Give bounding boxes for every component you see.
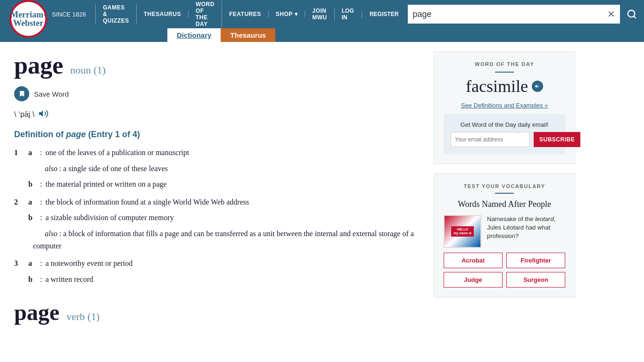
chevron-down-icon: ▾ <box>295 11 298 17</box>
def-text-3b: : a written record <box>40 273 93 286</box>
top-nav: GAMES & QUIZZES THESAURUS WORD OF THE DA… <box>95 1 334 27</box>
def-letter-1a: a <box>28 147 35 159</box>
def-num-1: 1 <box>14 147 24 159</box>
def-text-1b: : the material printed or written on a p… <box>40 178 167 190</box>
main-layout: page noun (1) Save Word \ ˈpāj \ <box>0 42 644 335</box>
def-letter-1b: b <box>28 178 35 190</box>
register-link[interactable]: REGISTER <box>370 11 398 17</box>
nav-wotd[interactable]: WORD OF THE DAY <box>189 1 222 27</box>
nav-thesaurus[interactable]: THESAURUS <box>137 11 189 17</box>
nav-separator: | <box>361 10 363 18</box>
pronunciation-text: \ ˈpāj \ <box>14 110 34 119</box>
wotd-email-form: SUBSCRIBE <box>451 132 558 147</box>
def-text-2b: : a sizable subdivision of computer memo… <box>40 212 174 224</box>
logo-circle: Merriam- Webster <box>9 0 47 38</box>
logo-area[interactable]: Merriam- Webster SINCE 1828 <box>9 0 86 38</box>
word-title-2: page <box>14 299 59 325</box>
def-also-2b: also : a block of information that fills… <box>33 228 420 252</box>
search-area: ✕ <box>408 5 644 24</box>
nav-join[interactable]: JOIN MWU <box>305 8 335 21</box>
nav-shop[interactable]: SHOP ▾ <box>269 11 305 17</box>
save-word-label: Save Word <box>34 90 69 98</box>
speaker-icon <box>38 108 49 119</box>
bookmark-button[interactable] <box>14 86 29 101</box>
wotd-audio-button[interactable] <box>532 81 543 92</box>
search-clear-button[interactable]: ✕ <box>603 8 620 20</box>
vocab-image: HELLOmy name is <box>444 215 481 248</box>
word-pos-2: verb (1) <box>66 311 99 323</box>
def-row-2b: b : a sizable subdivision of computer me… <box>14 212 420 224</box>
search-icon <box>627 9 637 19</box>
vocab-btn-firefighter[interactable]: Firefighter <box>506 253 565 268</box>
search-input[interactable] <box>408 5 603 24</box>
def-header-word: page <box>66 130 86 139</box>
def-letter-2b: b <box>28 212 35 224</box>
def-num-2: 2 <box>14 196 24 208</box>
search-bar: ✕ <box>408 5 644 24</box>
def-text-3a: : a noteworthy event or period <box>40 257 132 270</box>
vocab-widget: TEST YOUR VOCABULARY Words Named After P… <box>434 173 575 297</box>
word-title: page <box>14 51 63 79</box>
def-row-1b: b : the material printed or written on a… <box>14 178 420 190</box>
def-also-1a: also : a single side of one of these lea… <box>33 163 420 175</box>
word-pos: noun (1) <box>70 64 106 76</box>
vocab-label: TEST YOUR VOCABULARY <box>444 183 565 189</box>
wotd-word: facsimile <box>466 76 528 96</box>
save-word-row: Save Word <box>14 86 420 101</box>
word-heading-2: page verb (1) <box>14 299 420 325</box>
vocab-buttons: Acrobat Firefighter Judge Surgeon <box>444 253 565 288</box>
tab-dictionary[interactable]: Dictionary <box>167 28 221 42</box>
def-letter-3b: b <box>28 273 35 286</box>
vocab-btn-surgeon[interactable]: Surgeon <box>506 272 565 288</box>
sidebar: WORD OF THE DAY facsimile See Definition… <box>434 51 575 325</box>
content-area: page noun (1) Save Word \ ˈpāj \ <box>14 51 420 325</box>
login-link[interactable]: LOG IN <box>342 8 354 21</box>
def-row-2a: 2 a : the block of information found at … <box>14 196 420 208</box>
audio-button[interactable] <box>38 108 49 120</box>
logo-text: Merriam- Webster <box>10 10 46 27</box>
def-row-1: 1 a : one of the leaves of a publication… <box>14 147 420 159</box>
def-block-3: 3 a : a noteworthy event or period b : a… <box>14 257 420 285</box>
nav-games[interactable]: GAMES & QUIZZES <box>95 4 137 24</box>
def-letter-2a: a <box>28 196 35 208</box>
def-block-2: 2 a : the block of information found at … <box>14 196 420 252</box>
wotd-link[interactable]: See Definitions and Examples » <box>461 102 548 109</box>
wotd-word-row: facsimile <box>444 76 565 96</box>
search-submit-button[interactable] <box>620 5 644 24</box>
def-letter-3a: a <box>28 257 35 270</box>
vocab-question: Namesake of the leotard, Jules Léotard h… <box>487 215 565 241</box>
wotd-email-input[interactable] <box>451 132 530 147</box>
vocab-btn-judge[interactable]: Judge <box>444 272 503 288</box>
bookmark-icon <box>18 90 25 98</box>
vocab-title: Words Named After People <box>444 199 565 209</box>
wotd-widget: WORD OF THE DAY facsimile See Definition… <box>434 51 575 164</box>
def-header: Definition of page (Entry 1 of 4) <box>14 130 420 140</box>
vocab-img-row: HELLOmy name is Namesake of the leotard,… <box>444 215 565 248</box>
subscribe-button[interactable]: SUBSCRIBE <box>534 132 580 147</box>
nav-features[interactable]: FEATURES <box>222 11 269 17</box>
def-block-1: 1 a : one of the leaves of a publication… <box>14 147 420 190</box>
since-text: SINCE 1828 <box>52 11 86 18</box>
def-row-3b: b : a written record <box>14 273 420 286</box>
wotd-divider <box>495 72 514 73</box>
wotd-label: WORD OF THE DAY <box>444 61 565 67</box>
word-heading: page noun (1) <box>14 51 420 79</box>
def-text-1a: : one of the leaves of a publication or … <box>40 147 189 159</box>
top-nav-right: LOG IN | REGISTER <box>342 8 399 21</box>
def-text-2a: : the block of information found at a si… <box>40 196 249 208</box>
tab-thesaurus[interactable]: Thesaurus <box>221 28 275 42</box>
vocab-btn-acrobat[interactable]: Acrobat <box>444 253 503 268</box>
wotd-email-label: Get Word of the Day daily email! <box>451 121 558 128</box>
dict-tabs: Dictionary Thesaurus <box>0 28 644 42</box>
pronunciation-row: \ ˈpāj \ <box>14 108 420 120</box>
def-row-3a: 3 a : a noteworthy event or period <box>14 257 420 270</box>
def-num-3: 3 <box>14 257 24 270</box>
vocab-divider <box>495 193 514 194</box>
wotd-email-area: Get Word of the Day daily email! SUBSCRI… <box>444 114 565 154</box>
wotd-speaker-icon <box>535 83 540 89</box>
